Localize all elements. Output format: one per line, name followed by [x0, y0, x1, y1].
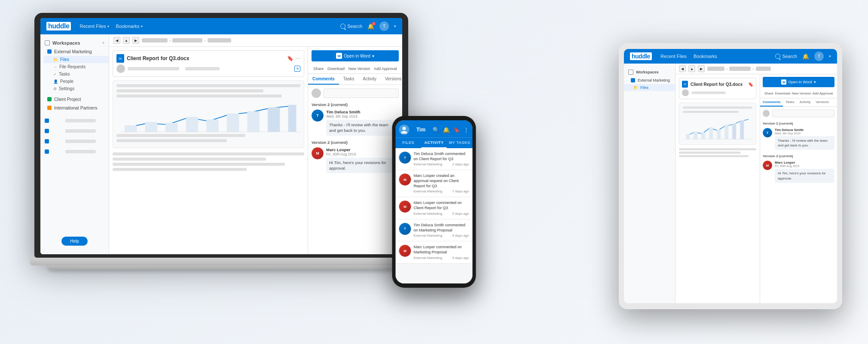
tablet-tab-comments[interactable]: Comments [760, 98, 783, 107]
phone-tab-files[interactable]: FILES [396, 138, 422, 148]
notifications-bell-laptop[interactable]: 🔔 2 [367, 23, 374, 30]
sidebar-item-client-project[interactable]: Client Project [40, 95, 109, 104]
tab-tasks[interactable]: Tasks [339, 74, 359, 85]
nav-recent-files-laptop[interactable]: Recent Files ▾ [79, 24, 109, 29]
tablet-file-main: W Client Report for Q3.docx 🔖 [675, 74, 760, 303]
file-type-icon: W [116, 54, 124, 63]
search-button-laptop[interactable]: Search [340, 24, 362, 29]
workspace-color-indicator [47, 49, 52, 54]
nav-bookmarks-tablet[interactable]: Bookmarks [694, 54, 717, 59]
file-header-card: W Client Report for Q3.docx 🔖 ⋯ [113, 50, 304, 77]
folder-icon-tablet: 📁 [633, 85, 638, 90]
tablet-fwd[interactable]: ▶ [698, 65, 705, 72]
download-button[interactable]: Download [327, 67, 345, 71]
share-button[interactable]: Share [313, 67, 324, 71]
comment-text: Thanks - I'll review with the team and g… [326, 120, 399, 136]
tablet-header: huddle Recent Files Bookmarks [624, 49, 837, 64]
document-chart [116, 100, 300, 134]
tablet-up[interactable]: ▲ [688, 65, 695, 72]
word-icon: W [336, 53, 342, 59]
phone-bell-icon[interactable]: 🔔 [443, 127, 450, 133]
nav-links-tablet: Recent Files Bookmarks [660, 54, 775, 59]
sidebar-placeholder-group [40, 116, 109, 157]
tablet-file-header: W Client Report for Q3.docx 🔖 [679, 78, 756, 99]
tablet-add-approval[interactable]: Add Approval [813, 91, 833, 95]
tablet-file-area: W Client Report for Q3.docx 🔖 [675, 74, 837, 303]
search-icon [775, 54, 780, 59]
sidebar-item-file-requests[interactable]: → File Requests [44, 63, 109, 70]
svg-rect-12 [701, 132, 705, 139]
tablet-back[interactable]: ◀ [679, 65, 686, 72]
phone-search-icon[interactable]: 🔍 [433, 127, 440, 133]
back-button[interactable]: ◀ [113, 37, 120, 44]
tablet-comment-user-1: Tim Deluca Smith [775, 128, 834, 132]
activity-text-4: Tim Deluca Smith commented on Marketing … [414, 223, 469, 233]
tablet-comment-input[interactable] [772, 110, 834, 117]
tab-versions[interactable]: Versions [381, 74, 402, 85]
activity-item-2: M Marc Losper created an approval reques… [396, 170, 473, 197]
comment-username-2: Marc Losper [326, 147, 399, 152]
help-button[interactable]: Help [61, 237, 88, 246]
phone-tab-mytasks[interactable]: MY TASKS [447, 138, 473, 148]
sidebar-item-people[interactable]: 👤 People [44, 78, 109, 85]
panel-tabs: Comments Tasks Activity Versions [308, 74, 402, 85]
bookmark-icon[interactable]: 🔖 [287, 55, 293, 61]
forward-button[interactable]: ▶ [132, 37, 139, 44]
workspace-color-indicator [47, 106, 52, 110]
nav-bookmarks-laptop[interactable]: Bookmarks ▾ [116, 24, 143, 29]
new-version-button[interactable]: New Version [348, 67, 370, 71]
folder-icon: 📁 [53, 58, 58, 62]
up-button[interactable]: ▲ [123, 37, 130, 44]
nav-recent-files-tablet[interactable]: Recent Files [660, 54, 687, 59]
tablet-sidebar-files[interactable]: 📁 Files [624, 84, 675, 91]
tablet-file-name: Client Report for Q3.docx [691, 82, 743, 87]
tablet-sidebar-external-marketing[interactable]: External Marketing [624, 76, 675, 84]
tablet-new-version[interactable]: New Version [792, 91, 811, 95]
tablet-share[interactable]: Share [764, 91, 773, 95]
activity-workspace-2: External Marketing [414, 189, 443, 193]
tablet-app: huddle Recent Files Bookmarks [624, 49, 837, 303]
sidebar-item-tasks[interactable]: ✓ Tasks [44, 70, 109, 78]
comment-input[interactable] [324, 88, 399, 98]
tablet-version-label: Version 2 (current) [763, 122, 834, 125]
tab-activity[interactable]: Activity [358, 74, 381, 85]
sidebar-item-files[interactable]: 📁 Files [44, 56, 109, 63]
more-options-icon[interactable]: ⋯ [295, 55, 300, 61]
notifications-bell-tablet[interactable]: 🔔 [802, 53, 809, 60]
tablet-tab-activity[interactable]: Activity [797, 98, 813, 107]
search-button-tablet[interactable]: Search [775, 54, 797, 59]
add-approval-button[interactable]: Add Approval [374, 67, 397, 71]
svg-rect-16 [732, 123, 736, 139]
open-in-word-button[interactable]: W Open in Word ▾ [312, 50, 399, 61]
tab-comments[interactable]: Comments [308, 74, 339, 85]
copy-link-icon[interactable]: ⧉ [294, 66, 300, 72]
tablet-tab-versions[interactable]: Versions [813, 98, 831, 107]
user-avatar-laptop[interactable]: T [379, 21, 389, 31]
phone-tab-activity[interactable]: ACTIVITY [421, 138, 447, 148]
comment-card: T Tim Deluca Smith Wed, 4th Sep 2019 Tha… [312, 110, 399, 136]
activity-text-3: Marc Losper commented on Client Report f… [414, 201, 469, 210]
user-avatar-tablet[interactable]: T [814, 52, 824, 61]
phone-bookmark-icon[interactable]: 🔖 [453, 127, 460, 133]
comment-text-2: Hi Tim, here's your revisions for approv… [326, 158, 399, 174]
activity-avatar-4: T [399, 223, 411, 235]
sidebar-item-settings[interactable]: ⚙ Settings [44, 85, 109, 92]
svg-rect-1 [145, 122, 158, 132]
activity-time-1: 2 days ago [452, 162, 469, 166]
tablet-version-label-2: Version 2 (current) [763, 154, 834, 158]
tablet-comment-1: T Tim Deluca Smith Wed, 4th Sep 2019 Tha… [763, 128, 834, 150]
tablet-bookmark-icon[interactable]: 🔖 [748, 82, 753, 87]
phone-more-icon[interactable]: ⋮ [464, 127, 469, 133]
sidebar-item-external-marketing[interactable]: External Marketing [40, 47, 109, 56]
tablet-tab-tasks[interactable]: Tasks [783, 98, 797, 107]
laptop-app: huddle Recent Files ▾ Bookmarks ▾ [40, 18, 402, 254]
tablet-open-word-btn[interactable]: W Open in Word ▾ [763, 77, 834, 87]
tablet-download[interactable]: Download [775, 91, 790, 95]
tablet-comment-input-area [763, 110, 834, 117]
sidebar-bottom: Help [40, 232, 109, 250]
version-label: Version 2 (current) [312, 102, 399, 107]
sidebar-item-international-partners[interactable]: International Partners [40, 104, 109, 112]
activity-workspace-1: External Marketing [414, 162, 443, 166]
phone-username: Tim [416, 127, 425, 133]
add-workspace-icon[interactable]: + [102, 41, 104, 45]
